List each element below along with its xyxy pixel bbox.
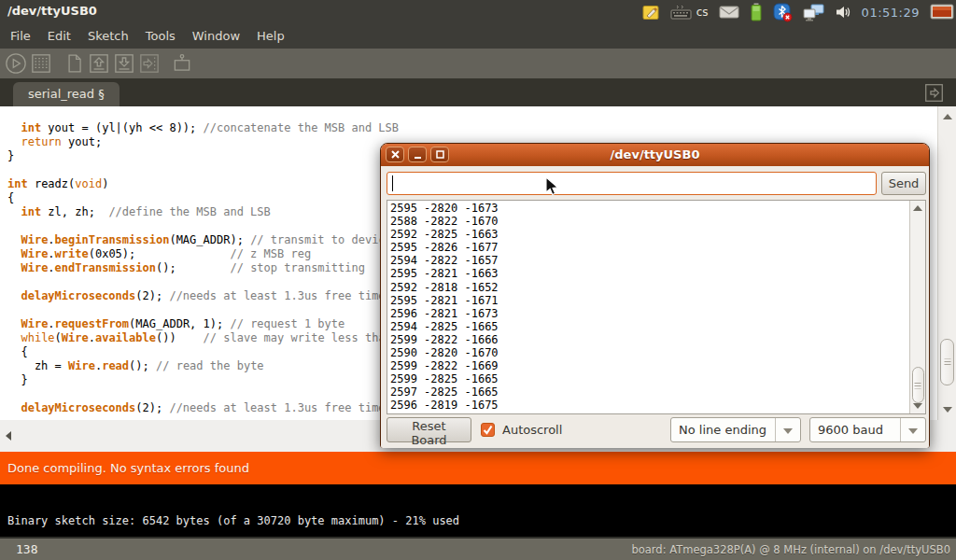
serial-line: 2594 -2825 -1665 <box>390 320 499 333</box>
scroll-left-icon[interactable] <box>6 431 11 441</box>
code-line: delayMicroseconds(2); //needs at least 1… <box>7 289 399 303</box>
serial-line: 2597 -2825 -1665 <box>390 385 499 399</box>
serial-output-text: 2595 -2820 -16732588 -2822 -16702592 -28… <box>390 202 499 413</box>
chevron-down-icon <box>783 428 793 434</box>
mouse-cursor <box>545 176 559 196</box>
keyboard-layout-icon[interactable] <box>670 3 693 21</box>
scroll-down-icon[interactable] <box>943 407 952 413</box>
code-line: delayMicroseconds(2); //needs at least 1… <box>7 401 399 415</box>
save-sketch-button[interactable] <box>113 52 135 75</box>
mail-icon[interactable] <box>719 5 739 20</box>
compile-status-bar: Done compiling. No syntax errors found <box>0 452 956 484</box>
toolbar <box>0 49 956 78</box>
line-ending-value: No line ending <box>679 423 766 437</box>
serial-output[interactable]: 2595 -2820 -16732588 -2822 -16702592 -28… <box>387 200 926 414</box>
keyboard-layout-label[interactable]: cs <box>696 6 709 19</box>
baud-rate-value: 9600 baud <box>818 423 883 437</box>
menu-help[interactable]: Help <box>248 24 293 49</box>
serial-line: 2596 -2821 -1673 <box>390 307 499 320</box>
new-sketch-button[interactable] <box>63 52 85 75</box>
compile-status-message: Done compiling. No syntax errors found <box>7 461 249 475</box>
serial-line: 2599 -2825 -1665 <box>390 372 499 385</box>
bluetooth-offline-icon[interactable] <box>773 3 793 22</box>
code-line: { <box>7 191 399 205</box>
dropdown-arrow-box[interactable] <box>775 418 800 441</box>
code-line: return yout; <box>7 135 399 149</box>
text-caret <box>392 175 393 191</box>
system-tray: cs <box>641 0 954 24</box>
reset-board-button[interactable]: Reset Board <box>387 417 471 442</box>
serial-monitor-window: /dev/ttyUSB0 Send 2595 -2820 -16732588 -… <box>380 143 930 448</box>
scroll-up-icon[interactable] <box>913 205 922 211</box>
serial-monitor-titlebar[interactable]: /dev/ttyUSB0 <box>381 144 929 166</box>
serial-input[interactable] <box>387 172 877 195</box>
serial-line: 2595 -2821 -1671 <box>390 294 499 307</box>
editor-scrollbar-thumb[interactable] <box>940 339 954 385</box>
code-line: int readz(void) <box>7 177 399 191</box>
menu-file[interactable]: File <box>2 24 39 49</box>
arduino-ide-screen: /dev/ttyUSB0 cs <box>0 0 956 560</box>
line-ending-select[interactable]: No line ending <box>670 417 801 442</box>
code-line: } <box>7 149 399 163</box>
code-line: while(Wire.available()) // slave may wri… <box>7 331 399 345</box>
menu-sketch[interactable]: Sketch <box>79 24 137 49</box>
code-line <box>7 275 399 289</box>
chevron-down-icon <box>908 428 918 434</box>
serial-line: 2590 -2820 -1670 <box>390 346 499 359</box>
send-button[interactable]: Send <box>881 172 926 195</box>
tab-serial-read[interactable]: serial_read § <box>13 82 120 106</box>
scroll-up-icon[interactable] <box>943 114 952 119</box>
code-line: Wire.beginTransmission(MAG_ADDR); // tra… <box>7 233 399 247</box>
serial-monitor-controls: Reset Board Autoscroll No line ending 96… <box>387 417 926 442</box>
stop-button[interactable] <box>30 52 52 75</box>
build-console: Binary sketch size: 6542 bytes (of a 307… <box>0 484 956 537</box>
line-number: 138 <box>16 542 37 556</box>
window-title: /dev/ttyUSB0 <box>7 4 97 18</box>
code-line: { <box>7 345 399 359</box>
open-sketch-button[interactable] <box>88 52 110 75</box>
dropdown-arrow-box[interactable] <box>900 418 925 441</box>
serial-scrollbar-thumb[interactable] <box>912 367 924 403</box>
network-icon[interactable] <box>803 4 824 21</box>
serial-monitor-body: Send 2595 -2820 -16732588 -2822 -1670259… <box>381 166 929 448</box>
session-menu-icon[interactable] <box>930 3 954 21</box>
serial-monitor-button[interactable] <box>171 52 193 75</box>
scrollbar-grip <box>915 382 921 388</box>
code-line <box>7 303 399 317</box>
scroll-down-icon[interactable] <box>913 403 922 409</box>
build-console-text: Binary sketch size: 6542 bytes (of a 307… <box>7 514 459 527</box>
editor-vertical-scrollbar[interactable] <box>937 106 956 420</box>
serial-output-scrollbar[interactable] <box>909 201 925 413</box>
serial-line: 2595 -2820 -1673 <box>390 202 499 215</box>
code-line <box>7 387 399 401</box>
serial-monitor-title: /dev/ttyUSB0 <box>381 147 929 161</box>
code-line: int yout = (yl|(yh << 8)); //concatenate… <box>7 121 399 135</box>
serial-line: 2588 -2822 -1670 <box>390 215 499 228</box>
serial-line: 2595 -2821 -1663 <box>390 267 499 280</box>
autoscroll-checkbox[interactable] <box>481 423 495 437</box>
code-line: int zl, zh; //define the MSB and LSB <box>7 205 399 219</box>
code-line <box>7 219 399 233</box>
baud-rate-select[interactable]: 9600 baud <box>809 417 926 442</box>
code-line: Wire.requestFrom(MAG_ADDR, 1); // reques… <box>7 317 399 331</box>
tabbar: serial_read § <box>0 78 956 106</box>
menu-edit[interactable]: Edit <box>39 24 79 49</box>
menu-window[interactable]: Window <box>184 24 248 49</box>
code-line: Wire.write(0x05); // z MSB reg <box>7 247 399 261</box>
verify-button[interactable] <box>5 52 27 75</box>
serial-line: 2599 -2822 -1666 <box>390 333 499 346</box>
menubar: FileEditSketchToolsWindowHelp <box>0 24 956 49</box>
clock[interactable]: 01:51:29 <box>862 6 920 20</box>
serial-line: 2599 -2822 -1669 <box>390 359 499 372</box>
code-line: Wire.endTransmission(); // stop transmit… <box>7 261 399 275</box>
battery-icon[interactable] <box>750 3 763 21</box>
upload-button[interactable] <box>138 52 161 75</box>
serial-line: 2596 -2819 -1675 <box>390 399 499 412</box>
window-titlebar: /dev/ttyUSB0 cs <box>0 0 956 24</box>
tab-menu-button[interactable] <box>923 82 945 104</box>
note-icon[interactable] <box>641 3 660 21</box>
serial-line: 2592 -2825 -1663 <box>390 228 499 241</box>
menu-tools[interactable]: Tools <box>137 24 184 49</box>
volume-icon[interactable] <box>835 4 851 21</box>
serial-line: 2592 -2818 -1652 <box>390 281 499 294</box>
